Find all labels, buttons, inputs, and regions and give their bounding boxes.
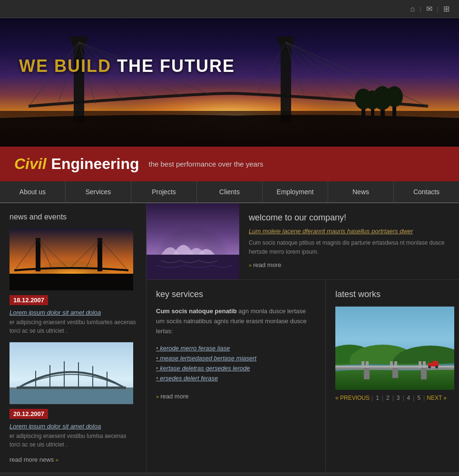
welcome-read-more[interactable]: » read more: [249, 261, 281, 268]
key-services-panel: key services Cum socis natoque penatib a…: [146, 280, 326, 473]
news-text-2: er adipiscing eraesent vestibu lumlsa ae…: [10, 432, 137, 449]
service-item-3[interactable]: kertase deletras gersedes lerode: [156, 363, 316, 373]
service-item-1[interactable]: kerode merro ferase liase: [156, 343, 316, 353]
nav-projects[interactable]: Projects: [131, 181, 197, 202]
key-services-title: key services: [156, 289, 316, 299]
svg-rect-61: [392, 367, 398, 378]
read-more-news-link[interactable]: read more news »: [10, 456, 59, 463]
service-item-4[interactable]: ersedes delert ferase: [156, 373, 316, 383]
main-content: news and events: [0, 203, 459, 473]
hero-title: WE BUILD THE FUTURE: [19, 56, 235, 76]
news-image-2: [10, 342, 133, 404]
welcome-section: welcome to our company! Lum moleie lacen…: [146, 203, 459, 280]
nav-contacts[interactable]: Contacts: [394, 181, 459, 202]
pagination: « PREVIOUS | 1 | 2 | 3 | 4 | 5 | NEXT »: [335, 395, 449, 401]
nav-clients[interactable]: Clients: [197, 181, 263, 202]
welcome-image: [146, 203, 239, 279]
svg-rect-49: [17, 387, 126, 389]
nav-news[interactable]: News: [328, 181, 394, 202]
arrow-icon: »: [249, 262, 253, 268]
brand-engineering: Engineering: [51, 155, 139, 173]
content-area: welcome to our company! Lum moleie lacen…: [146, 203, 459, 473]
hero-section: WE BUILD THE FUTURE: [0, 18, 459, 147]
services-intro: Cum socis natoque penatib agn monla dusc…: [156, 307, 316, 336]
mail-icon[interactable]: ✉: [426, 4, 432, 13]
welcome-text: welcome to our company! Lum moleie lacen…: [239, 203, 459, 279]
page-4[interactable]: 4: [406, 395, 411, 401]
arrow-icon: »: [56, 457, 59, 463]
services-list: kerode merro ferase liase mease lertseda…: [156, 343, 316, 383]
nav-services[interactable]: Services: [66, 181, 131, 202]
news-link-1[interactable]: Lorem ipsum dolor sit amet doloa: [10, 309, 137, 316]
svg-rect-32: [10, 274, 133, 290]
svg-rect-3: [74, 37, 84, 123]
svg-rect-7: [277, 36, 294, 42]
service-item-2[interactable]: mease lertsedased bertase miasert: [156, 353, 316, 363]
brand-bar: Civil Engineering the best performance o…: [0, 147, 459, 181]
hero-highlight: WE BUILD: [19, 56, 111, 76]
main-nav: About us Services Projects Clients Emplo…: [0, 181, 459, 203]
welcome-title: welcome to our company!: [249, 213, 449, 223]
sidebar-title: news and events: [10, 213, 137, 221]
news-link-2[interactable]: Lorem ipsum dolor sit amet doloa: [10, 423, 137, 430]
footer: Copyright 2007 © Civil Engineering. All …: [0, 473, 459, 476]
prev-page[interactable]: « PREVIOUS: [335, 395, 370, 401]
svg-rect-6: [281, 37, 291, 123]
svg-rect-34: [98, 238, 102, 271]
svg-rect-60: [364, 367, 370, 379]
services-read-more[interactable]: » read more: [156, 393, 188, 400]
svg-rect-33: [36, 238, 40, 271]
hero-white: THE FUTURE: [117, 56, 235, 76]
next-page[interactable]: NEXT »: [427, 395, 447, 401]
welcome-link[interactable]: Lum moleie lacene dferanrit mauris hasel…: [249, 228, 449, 235]
sitemap-icon[interactable]: ⊞: [443, 4, 449, 13]
news-date-2: 20.12.2007: [10, 409, 48, 419]
svg-rect-71: [433, 361, 438, 364]
page-2[interactable]: 2: [385, 395, 391, 401]
bottom-panels: key services Cum socis natoque penatib a…: [146, 280, 459, 473]
page-3[interactable]: 3: [396, 395, 401, 401]
svg-rect-50: [10, 390, 133, 404]
welcome-body: Cum socis natoque ptibus et magnis dis p…: [249, 238, 449, 257]
brand-tagline: the best performance over the years: [148, 160, 263, 168]
page-1[interactable]: 1: [375, 395, 380, 401]
svg-point-29: [386, 86, 403, 107]
latest-works-title: latest works: [335, 289, 449, 299]
nav-about[interactable]: About us: [0, 181, 66, 202]
top-bar: ⌂ | ✉ | ⊞: [0, 0, 459, 18]
svg-rect-62: [421, 367, 427, 379]
brand-civil: Civil: [14, 155, 47, 173]
svg-point-72: [428, 366, 431, 368]
home-icon[interactable]: ⌂: [410, 5, 415, 13]
news-image-1: [10, 228, 133, 290]
nav-employment[interactable]: Employment: [263, 181, 328, 202]
svg-point-73: [435, 366, 438, 368]
news-date-1: 18.12.2007: [10, 295, 48, 305]
page-5[interactable]: 5: [416, 395, 421, 401]
works-image: [335, 307, 454, 390]
latest-works-panel: latest works: [326, 280, 459, 473]
sidebar: news and events: [0, 203, 146, 473]
svg-rect-4: [70, 36, 88, 42]
news-text-1: er adipiscing eraesent vestibu lumlsarte…: [10, 318, 137, 335]
